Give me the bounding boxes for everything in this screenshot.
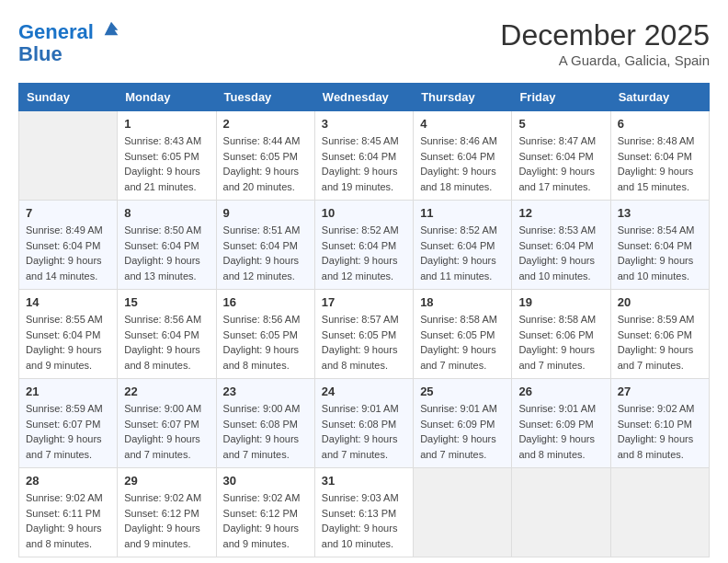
day-number: 8	[124, 206, 209, 220]
day-number: 17	[322, 295, 406, 309]
day-number: 27	[618, 385, 702, 398]
day-info: Sunrise: 8:58 AMSunset: 6:05 PMDaylight:…	[420, 312, 505, 373]
day-info: Sunrise: 8:50 AMSunset: 6:04 PMDaylight:…	[124, 223, 209, 283]
calendar-cell: 18Sunrise: 8:58 AMSunset: 6:05 PMDayligh…	[414, 290, 512, 379]
calendar-body: 1Sunrise: 8:43 AMSunset: 6:05 PMDaylight…	[19, 111, 710, 557]
calendar-cell: 31Sunrise: 9:03 AMSunset: 6:13 PMDayligh…	[314, 468, 413, 557]
day-info: Sunrise: 9:03 AMSunset: 6:13 PMDaylight:…	[322, 490, 406, 551]
day-info: Sunrise: 8:51 AMSunset: 6:04 PMDaylight:…	[223, 223, 308, 283]
day-info: Sunrise: 8:58 AMSunset: 6:06 PMDaylight:…	[518, 312, 603, 373]
day-info: Sunrise: 8:56 AMSunset: 6:05 PMDaylight:…	[223, 312, 308, 373]
day-info: Sunrise: 8:56 AMSunset: 6:04 PMDaylight:…	[124, 312, 209, 373]
calendar-cell: 7Sunrise: 8:49 AMSunset: 6:04 PMDaylight…	[19, 201, 118, 290]
day-number: 18	[420, 295, 505, 309]
day-number: 20	[618, 295, 702, 309]
day-info: Sunrise: 8:52 AMSunset: 6:04 PMDaylight:…	[420, 223, 505, 283]
day-number: 28	[26, 474, 110, 488]
calendar-cell: 1Sunrise: 8:43 AMSunset: 6:05 PMDaylight…	[118, 111, 216, 201]
day-number: 2	[223, 117, 308, 131]
day-number: 21	[26, 385, 110, 398]
day-info: Sunrise: 9:00 AMSunset: 6:07 PMDaylight:…	[124, 401, 209, 462]
calendar-cell: 20Sunrise: 8:59 AMSunset: 6:06 PMDayligh…	[610, 290, 709, 379]
weekday-header-sunday: Sunday	[19, 84, 118, 111]
day-info: Sunrise: 8:49 AMSunset: 6:04 PMDaylight:…	[26, 223, 110, 283]
day-info: Sunrise: 8:55 AMSunset: 6:04 PMDaylight:…	[26, 312, 110, 373]
day-number: 19	[518, 295, 603, 309]
day-number: 4	[420, 117, 505, 131]
weekday-header-thursday: Thursday	[414, 84, 512, 111]
day-info: Sunrise: 8:59 AMSunset: 6:06 PMDaylight:…	[618, 312, 702, 373]
logo-blue: Blue	[18, 43, 121, 65]
calendar-cell: 17Sunrise: 8:57 AMSunset: 6:05 PMDayligh…	[314, 290, 413, 379]
svg-marker-0	[105, 22, 119, 36]
calendar-week-1: 1Sunrise: 8:43 AMSunset: 6:05 PMDaylight…	[19, 111, 710, 201]
calendar-cell: 6Sunrise: 8:48 AMSunset: 6:04 PMDaylight…	[610, 111, 709, 201]
day-info: Sunrise: 9:01 AMSunset: 6:08 PMDaylight:…	[322, 401, 406, 462]
calendar-cell	[512, 468, 610, 557]
month-title: December 2025	[500, 18, 710, 52]
calendar-cell: 16Sunrise: 8:56 AMSunset: 6:05 PMDayligh…	[216, 290, 314, 379]
day-number: 14	[26, 295, 110, 309]
day-number: 12	[518, 206, 603, 220]
calendar-cell	[610, 468, 709, 557]
day-number: 29	[124, 474, 209, 488]
calendar-cell: 13Sunrise: 8:54 AMSunset: 6:04 PMDayligh…	[610, 201, 709, 290]
calendar-table: SundayMondayTuesdayWednesdayThursdayFrid…	[18, 83, 710, 557]
logo-icon	[101, 18, 121, 39]
weekday-header-monday: Monday	[118, 84, 216, 111]
day-info: Sunrise: 8:46 AMSunset: 6:04 PMDaylight:…	[420, 133, 505, 194]
day-info: Sunrise: 8:53 AMSunset: 6:04 PMDaylight:…	[518, 223, 603, 283]
day-info: Sunrise: 9:02 AMSunset: 6:12 PMDaylight:…	[223, 490, 308, 551]
calendar-cell: 3Sunrise: 8:45 AMSunset: 6:04 PMDaylight…	[314, 111, 413, 201]
weekday-header-row: SundayMondayTuesdayWednesdayThursdayFrid…	[19, 84, 710, 111]
day-number: 5	[518, 117, 603, 131]
day-info: Sunrise: 8:48 AMSunset: 6:04 PMDaylight:…	[618, 133, 702, 194]
title-block: December 2025 A Guarda, Galicia, Spain	[500, 18, 710, 68]
day-number: 23	[223, 385, 308, 398]
day-number: 24	[322, 385, 406, 398]
calendar-cell: 5Sunrise: 8:47 AMSunset: 6:04 PMDaylight…	[512, 111, 610, 201]
day-number: 30	[223, 474, 308, 488]
day-number: 6	[618, 117, 702, 131]
day-number: 25	[420, 385, 505, 398]
calendar-cell: 2Sunrise: 8:44 AMSunset: 6:05 PMDaylight…	[216, 111, 314, 201]
day-number: 13	[618, 206, 702, 220]
day-info: Sunrise: 8:45 AMSunset: 6:04 PMDaylight:…	[322, 133, 406, 194]
day-info: Sunrise: 8:47 AMSunset: 6:04 PMDaylight:…	[518, 133, 603, 194]
day-info: Sunrise: 8:59 AMSunset: 6:07 PMDaylight:…	[26, 401, 110, 462]
calendar-cell: 11Sunrise: 8:52 AMSunset: 6:04 PMDayligh…	[414, 201, 512, 290]
day-number: 11	[420, 206, 505, 220]
day-number: 7	[26, 206, 110, 220]
logo-general: General	[18, 20, 94, 43]
calendar-cell	[19, 111, 118, 201]
day-number: 26	[518, 385, 603, 398]
day-number: 1	[124, 117, 209, 131]
calendar-cell: 30Sunrise: 9:02 AMSunset: 6:12 PMDayligh…	[216, 468, 314, 557]
day-info: Sunrise: 9:00 AMSunset: 6:08 PMDaylight:…	[223, 401, 308, 462]
calendar-cell: 4Sunrise: 8:46 AMSunset: 6:04 PMDaylight…	[414, 111, 512, 201]
calendar-header: SundayMondayTuesdayWednesdayThursdayFrid…	[19, 84, 710, 111]
calendar-week-3: 14Sunrise: 8:55 AMSunset: 6:04 PMDayligh…	[19, 290, 710, 379]
calendar-cell: 25Sunrise: 9:01 AMSunset: 6:09 PMDayligh…	[414, 379, 512, 468]
day-number: 22	[124, 385, 209, 398]
day-info: Sunrise: 9:01 AMSunset: 6:09 PMDaylight:…	[420, 401, 505, 462]
logo: General Blue	[18, 18, 121, 65]
calendar-cell: 29Sunrise: 9:02 AMSunset: 6:12 PMDayligh…	[118, 468, 216, 557]
calendar-cell: 9Sunrise: 8:51 AMSunset: 6:04 PMDaylight…	[216, 201, 314, 290]
calendar-cell: 8Sunrise: 8:50 AMSunset: 6:04 PMDaylight…	[118, 201, 216, 290]
calendar-cell: 22Sunrise: 9:00 AMSunset: 6:07 PMDayligh…	[118, 379, 216, 468]
day-info: Sunrise: 8:43 AMSunset: 6:05 PMDaylight:…	[124, 133, 209, 194]
weekday-header-wednesday: Wednesday	[314, 84, 413, 111]
day-info: Sunrise: 8:57 AMSunset: 6:05 PMDaylight:…	[322, 312, 406, 373]
calendar-cell: 24Sunrise: 9:01 AMSunset: 6:08 PMDayligh…	[314, 379, 413, 468]
day-info: Sunrise: 9:02 AMSunset: 6:11 PMDaylight:…	[26, 490, 110, 551]
page-header: General Blue December 2025 A Guarda, Gal…	[18, 18, 710, 68]
calendar-week-2: 7Sunrise: 8:49 AMSunset: 6:04 PMDaylight…	[19, 201, 710, 290]
day-info: Sunrise: 9:02 AMSunset: 6:10 PMDaylight:…	[618, 401, 702, 462]
weekday-header-friday: Friday	[512, 84, 610, 111]
weekday-header-tuesday: Tuesday	[216, 84, 314, 111]
calendar-week-5: 28Sunrise: 9:02 AMSunset: 6:11 PMDayligh…	[19, 468, 710, 557]
calendar-cell: 14Sunrise: 8:55 AMSunset: 6:04 PMDayligh…	[19, 290, 118, 379]
calendar-cell: 15Sunrise: 8:56 AMSunset: 6:04 PMDayligh…	[118, 290, 216, 379]
day-number: 31	[322, 474, 406, 488]
